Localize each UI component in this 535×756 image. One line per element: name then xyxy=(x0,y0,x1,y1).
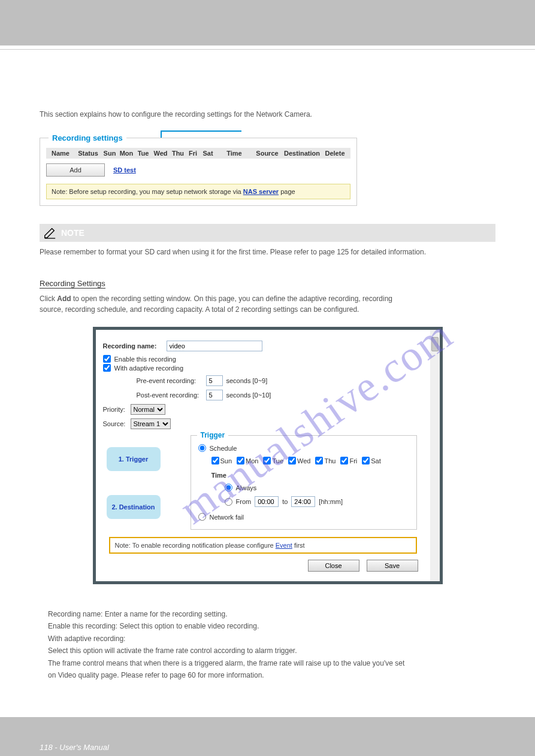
save-button[interactable]: Save xyxy=(367,560,418,572)
recording-settings-heading: Recording Settings xyxy=(40,279,105,289)
recording-desc: Click Add to open the recording setting … xyxy=(40,293,495,315)
network-fail-radio[interactable] xyxy=(198,513,206,521)
note-banner: NOTE xyxy=(40,224,495,242)
day-thu-checkbox[interactable] xyxy=(315,457,323,464)
pre-event-suffix: seconds [0~9] xyxy=(226,377,268,384)
from-time-input[interactable] xyxy=(255,496,279,507)
col-mon: Mon xyxy=(118,150,135,157)
nas-note: Note: Before setup recording, you may se… xyxy=(46,184,350,199)
day-sat-checkbox[interactable] xyxy=(362,457,370,464)
page-number: 118 - User's Manual xyxy=(40,743,109,752)
txt: source, recording schedule, and recordin… xyxy=(40,305,359,314)
pre-event-label: Pre-event recording: xyxy=(137,377,206,384)
priority-label: Priority: xyxy=(103,406,131,413)
subtitle: Advanced Mode xyxy=(40,89,495,98)
event-link[interactable]: Event xyxy=(276,542,292,549)
day-sat-label: Sat xyxy=(371,457,381,464)
recording-name-label: Recording name: xyxy=(103,342,167,350)
schedule-radio[interactable] xyxy=(198,444,206,452)
schedule-label: Schedule xyxy=(210,445,237,452)
days-row: Sun Mon Tue Wed Thu Fri Sat xyxy=(211,457,409,464)
col-thu: Thu xyxy=(170,150,186,157)
col-source: Source xyxy=(252,150,282,157)
col-time: Time xyxy=(216,150,252,157)
col-status: Status xyxy=(75,150,101,157)
callout-line xyxy=(161,130,241,132)
bullet-1: Recording name: Enter a name for the rec… xyxy=(48,608,228,620)
bullet-3b: Select this option will activate the fra… xyxy=(48,645,495,657)
day-tue-label: Tue xyxy=(272,457,283,464)
time-label: Time xyxy=(211,472,409,479)
pre-event-input[interactable] xyxy=(206,375,223,386)
post-event-input[interactable] xyxy=(206,390,223,400)
note-prefix: Note: Before setup recording, you may se… xyxy=(52,188,243,195)
priority-select[interactable]: Normal xyxy=(131,404,165,415)
to-time-input[interactable] xyxy=(291,496,315,507)
day-wed-label: Wed xyxy=(297,457,310,464)
nas-server-link[interactable]: NAS server xyxy=(243,188,279,195)
source-select[interactable]: Stream 1 xyxy=(131,418,171,429)
step-trigger[interactable]: 1. Trigger xyxy=(107,447,161,471)
close-button[interactable]: Close xyxy=(308,560,359,572)
intro-text: This section explains how to configure t… xyxy=(40,109,495,120)
bullet-3d: on Video quality page. Please refer to p… xyxy=(48,669,495,681)
source-label: Source: xyxy=(103,420,131,427)
bullet-list: ■Recording name: Enter a name for the re… xyxy=(40,608,495,681)
scrollbar-thumb[interactable] xyxy=(431,337,439,351)
day-mon-checkbox[interactable] xyxy=(237,457,244,464)
day-sun-label: Sun xyxy=(220,457,232,464)
adaptive-recording-label: With adaptive recording xyxy=(114,365,184,372)
event-note: Note: To enable recording notification p… xyxy=(109,537,417,554)
col-fri: Fri xyxy=(186,150,200,157)
footer-bar: 118 - User's Manual xyxy=(0,717,535,756)
adaptive-recording-checkbox[interactable] xyxy=(103,364,111,372)
header-bar xyxy=(0,0,535,45)
enable-recording-checkbox[interactable] xyxy=(103,355,111,363)
col-wed: Wed xyxy=(152,150,170,157)
col-sat: Sat xyxy=(200,150,216,157)
col-destination: Destination xyxy=(282,150,322,157)
col-delete: Delete xyxy=(322,150,348,157)
txt: Add xyxy=(57,294,71,303)
day-fri-label: Fri xyxy=(349,457,357,464)
trigger-legend: Trigger xyxy=(197,431,229,439)
col-tue: Tue xyxy=(135,150,152,157)
note-suffix: page xyxy=(279,188,295,195)
pencil-icon xyxy=(43,226,56,239)
day-sun-checkbox[interactable] xyxy=(211,457,219,464)
add-button[interactable]: Add xyxy=(46,163,105,177)
bullet-3a: With adaptive recording: xyxy=(48,633,125,645)
day-tue-checkbox[interactable] xyxy=(263,457,271,464)
step-destination[interactable]: 2. Destination xyxy=(107,495,161,519)
recording-settings-panel: Recording settings Name Status Sun Mon T… xyxy=(40,138,357,206)
post-event-label: Post-event recording: xyxy=(137,391,206,399)
bullet-2: Enable this recording: Select this optio… xyxy=(48,620,259,632)
day-wed-checkbox[interactable] xyxy=(288,457,296,464)
note-label: NOTE xyxy=(61,228,84,238)
txt: to open the recording setting window. On… xyxy=(71,294,392,303)
enable-recording-label: Enable this recording xyxy=(114,356,176,363)
recording-name-input[interactable] xyxy=(167,341,262,351)
bullet-3c: The frame control means that when there … xyxy=(48,657,495,669)
sd-test-link[interactable]: SD test xyxy=(113,166,136,174)
note-prefix: Note: To enable recording notification p… xyxy=(115,542,276,549)
panel-legend: Recording settings xyxy=(49,133,126,142)
day-thu-label: Thu xyxy=(324,457,335,464)
day-fri-checkbox[interactable] xyxy=(340,457,348,464)
page-title: Recording > Recording settings xyxy=(40,74,495,87)
always-radio[interactable] xyxy=(225,484,232,491)
day-mon-label: Mon xyxy=(246,457,258,464)
recording-dialog: Recording name: Enable this recording Wi… xyxy=(93,327,443,584)
hhmm-label: [hh:mm] xyxy=(319,498,343,505)
note-suffix: first xyxy=(292,542,305,549)
post-event-suffix: seconds [0~10] xyxy=(226,391,271,399)
divider xyxy=(0,49,535,50)
network-fail-label: Network fail xyxy=(210,514,244,521)
col-name: Name xyxy=(46,150,75,157)
from-radio[interactable] xyxy=(225,498,232,506)
to-label: to xyxy=(282,498,288,505)
from-label: From xyxy=(236,498,252,505)
col-sun: Sun xyxy=(101,150,118,157)
table-header-row: Name Status Sun Mon Tue Wed Thu Fri Sat … xyxy=(46,148,350,159)
trigger-fieldset: Trigger Schedule Sun Mon Tue Wed Thu Fri… xyxy=(191,435,417,530)
